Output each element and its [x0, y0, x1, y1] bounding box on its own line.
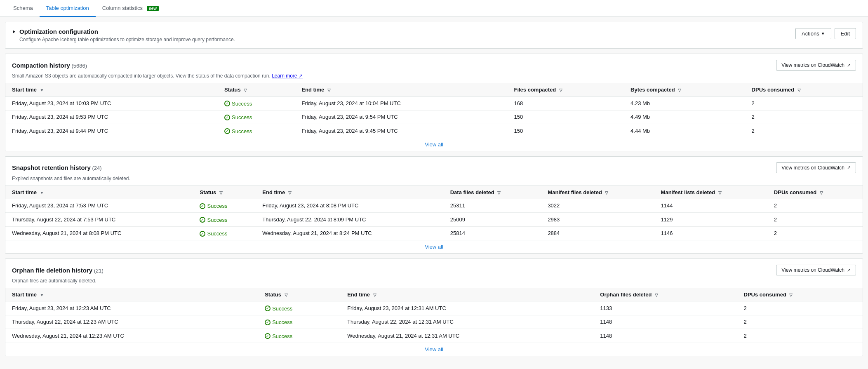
col-manifest-files-deleted[interactable]: Manifest files deleted ▽	[541, 186, 654, 199]
dpus-consumed-cell: 2	[745, 96, 863, 110]
snapshot-view-all-link[interactable]: View all	[425, 244, 443, 250]
dpus-consumed-cell: 2	[737, 301, 863, 315]
manifest-lists-cell: 1144	[654, 199, 767, 213]
table-row: Friday, August 23, 2024 at 10:03 PM UTC …	[5, 96, 863, 110]
end-time-cell: Friday, August 23, 2024 at 10:04 PM UTC	[295, 96, 507, 110]
compaction-learn-more-link[interactable]: Learn more ↗	[272, 73, 303, 79]
col-status[interactable]: Status ▽	[218, 83, 295, 96]
orphan-cloudwatch-button[interactable]: View metrics on CloudWatch ↗	[776, 265, 856, 275]
dpus-consumed-cell: 2	[767, 213, 863, 227]
config-text: Optimization configuration Configure Apa…	[19, 28, 235, 42]
config-title: Optimization configuration	[19, 28, 235, 35]
edit-button[interactable]: Edit	[835, 28, 856, 39]
end-time-cell: Friday, August 23, 2024 at 9:45 PM UTC	[295, 124, 507, 138]
start-time-cell: Friday, August 23, 2024 at 12:23 AM UTC	[5, 301, 258, 315]
table-row: Wednesday, August 21, 2024 at 8:08 PM UT…	[5, 226, 863, 240]
optimization-config-section: Optimization configuration Configure Apa…	[5, 22, 863, 49]
col-orphan-files-deleted[interactable]: Orphan files deleted ▽	[593, 288, 737, 301]
col-files-compacted[interactable]: Files compacted ▽	[507, 83, 624, 96]
col-data-files-deleted[interactable]: Data files deleted ▽	[444, 186, 541, 199]
chevron-right-icon	[12, 28, 16, 35]
status-success: ✓Success	[200, 203, 227, 209]
tab-schema[interactable]: Schema	[7, 0, 40, 17]
col-dpus-consumed[interactable]: DPUs consumed ▽	[745, 83, 863, 96]
dpus-consumed-cell: 2	[737, 315, 863, 329]
tab-column-statistics[interactable]: Column statistics new	[96, 0, 165, 17]
compaction-count: (5686)	[71, 63, 87, 69]
status-success: ✓Success	[200, 217, 227, 223]
success-icon: ✓	[200, 231, 205, 237]
col-bytes-compacted[interactable]: Bytes compacted ▽	[624, 83, 745, 96]
col-start-time[interactable]: Start time ▼	[5, 83, 218, 96]
start-time-cell: Friday, August 23, 2024 at 10:03 PM UTC	[5, 96, 218, 110]
table-row: Friday, August 23, 2024 at 9:53 PM UTC ✓…	[5, 110, 863, 124]
status-cell: ✓Success	[258, 329, 341, 343]
tabs-bar: Schema Table optimization Column statist…	[0, 0, 868, 17]
status-success: ✓Success	[265, 333, 292, 339]
manifest-lists-cell: 1146	[654, 226, 767, 240]
status-success: ✓Success	[265, 319, 292, 325]
orphan-files-cell: 1148	[593, 315, 737, 329]
orphan-section: Orphan file deletion history (21) View m…	[5, 259, 863, 356]
end-time-cell: Friday, August 23, 2024 at 12:31 AM UTC	[341, 301, 593, 315]
compaction-table: Start time ▼ Status ▽ End time ▽ Files c…	[5, 83, 863, 151]
sort-icon: ▼	[40, 190, 44, 195]
orphan-header: Orphan file deletion history (21) View m…	[5, 259, 863, 278]
status-success: ✓Success	[224, 114, 252, 120]
sort-icon: ▽	[373, 293, 376, 297]
snapshot-header: Snapshot retention history (24) View met…	[5, 157, 863, 176]
col-status[interactable]: Status ▽	[193, 186, 256, 199]
manifest-files-cell: 2884	[541, 226, 654, 240]
orphan-view-all-link[interactable]: View all	[425, 346, 443, 353]
tab-table-optimization[interactable]: Table optimization	[40, 0, 96, 17]
start-time-cell: Thursday, August 22, 2024 at 7:53 PM UTC	[5, 213, 193, 227]
manifest-files-cell: 2983	[541, 213, 654, 227]
end-time-cell: Thursday, August 22, 2024 at 12:31 AM UT…	[341, 315, 593, 329]
orphan-description: Orphan files are automatically deleted.	[5, 278, 863, 288]
status-cell: ✓Success	[258, 301, 341, 315]
col-start-time[interactable]: Start time ▼	[5, 288, 258, 301]
start-time-cell: Thursday, August 22, 2024 at 12:23 AM UT…	[5, 315, 258, 329]
sort-icon: ▽	[789, 293, 793, 297]
col-end-time[interactable]: End time ▽	[341, 288, 593, 301]
dpus-consumed-cell: 2	[745, 124, 863, 138]
success-icon: ✓	[224, 128, 230, 134]
manifest-lists-cell: 1129	[654, 213, 767, 227]
snapshot-count: (24)	[92, 165, 101, 171]
status-success: ✓Success	[224, 128, 252, 134]
data-files-cell: 25009	[444, 213, 541, 227]
end-time-cell: Wednesday, August 21, 2024 at 8:24 PM UT…	[256, 226, 443, 240]
end-time-cell: Friday, August 23, 2024 at 9:54 PM UTC	[295, 110, 507, 124]
col-start-time[interactable]: Start time ▼	[5, 186, 193, 199]
status-cell: ✓Success	[258, 315, 341, 329]
status-cell: ✓Success	[218, 110, 295, 124]
sort-icon: ▽	[718, 190, 722, 195]
dpus-consumed-cell: 2	[767, 226, 863, 240]
col-end-time[interactable]: End time ▽	[295, 83, 507, 96]
compaction-cloudwatch-button[interactable]: View metrics on CloudWatch ↗	[776, 60, 856, 71]
snapshot-title-area: Snapshot retention history (24)	[12, 164, 102, 171]
snapshot-table-header-row: Start time ▼ Status ▽ End time ▽ Data fi…	[5, 186, 863, 199]
col-dpus-consumed[interactable]: DPUs consumed ▽	[737, 288, 863, 301]
snapshot-table: Start time ▼ Status ▽ End time ▽ Data fi…	[5, 186, 863, 254]
orphan-files-cell: 1148	[593, 329, 737, 343]
end-time-cell: Wednesday, August 21, 2024 at 12:31 AM U…	[341, 329, 593, 343]
files-compacted-cell: 168	[507, 96, 624, 110]
orphan-count: (21)	[94, 268, 104, 274]
config-action-buttons: Actions ▼ Edit	[795, 28, 856, 39]
external-link-icon: ↗	[847, 268, 851, 273]
success-icon: ✓	[224, 101, 230, 106]
snapshot-cloudwatch-button[interactable]: View metrics on CloudWatch ↗	[776, 162, 856, 173]
compaction-view-all-link[interactable]: View all	[425, 141, 443, 148]
data-files-cell: 25311	[444, 199, 541, 213]
status-cell: ✓Success	[193, 213, 256, 227]
col-dpus-consumed[interactable]: DPUs consumed ▽	[767, 186, 863, 199]
actions-button[interactable]: Actions ▼	[795, 28, 831, 39]
success-icon: ✓	[265, 320, 271, 325]
col-end-time[interactable]: End time ▽	[256, 186, 443, 199]
compaction-table-header-row: Start time ▼ Status ▽ End time ▽ Files c…	[5, 83, 863, 96]
col-manifest-lists-deleted[interactable]: Manifest lists deleted ▽	[654, 186, 767, 199]
success-icon: ✓	[265, 333, 271, 339]
col-status[interactable]: Status ▽	[258, 288, 341, 301]
snapshot-title: Snapshot retention history	[12, 164, 91, 171]
